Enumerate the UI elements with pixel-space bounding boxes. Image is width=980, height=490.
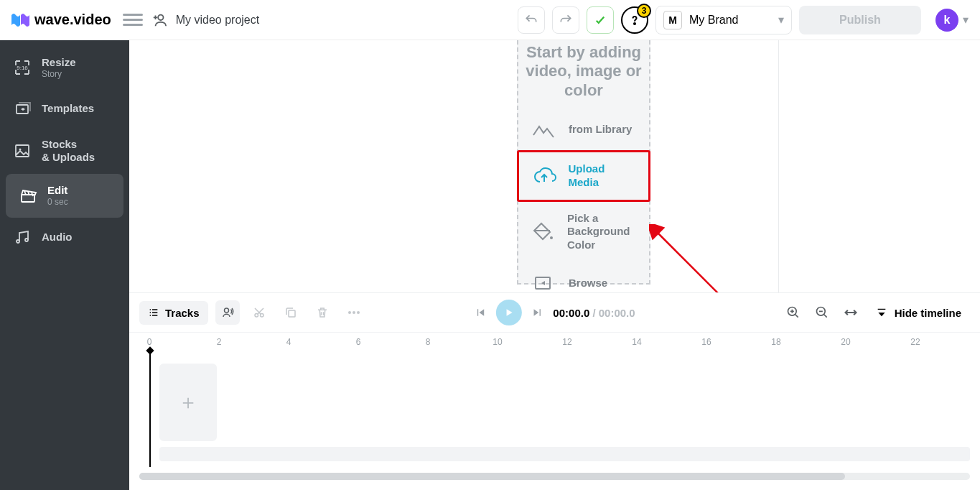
- logo[interactable]: wave.video: [11, 11, 111, 28]
- option-label: Upload Media: [569, 162, 635, 190]
- svg-point-8: [25, 239, 28, 241]
- option-from-library[interactable]: from Library: [518, 108, 649, 150]
- menu-icon[interactable]: [123, 10, 143, 30]
- playhead[interactable]: [149, 352, 151, 467]
- main: Start by adding video, image or color fr…: [129, 40, 980, 490]
- help-button[interactable]: 3: [621, 6, 648, 34]
- sidebar-item-stocks[interactable]: Stocks& Uploads: [0, 128, 129, 174]
- delete-button[interactable]: [310, 300, 335, 325]
- hide-timeline-button[interactable]: Hide timeline: [867, 301, 970, 325]
- scrollbar[interactable]: [139, 473, 970, 480]
- upload-cloud-icon: [532, 165, 557, 187]
- undo-button[interactable]: [518, 6, 545, 34]
- chevron-down-icon: ▾: [778, 13, 784, 27]
- templates-icon: [13, 99, 32, 118]
- sidebar-item-edit[interactable]: Edit0 sec: [6, 174, 123, 217]
- ruler[interactable]: 02468101214161820222426: [129, 332, 980, 352]
- option-upload-media[interactable]: Upload Media: [517, 150, 650, 202]
- copy-button[interactable]: [279, 300, 303, 325]
- fit-button[interactable]: [839, 300, 863, 325]
- sidebar: 9:16 ResizeStory Templates Stocks& Uploa…: [0, 40, 129, 490]
- brand-letter: M: [663, 11, 682, 29]
- ruler-label: 18: [771, 337, 780, 347]
- svg-line-11: [656, 231, 728, 292]
- sidebar-sublabel: 0 sec: [47, 197, 68, 207]
- logo-text: wave.video: [34, 11, 111, 28]
- annotation-arrow: [649, 224, 735, 292]
- image-icon: [13, 142, 32, 160]
- next-button[interactable]: [531, 307, 543, 318]
- brand-dropdown[interactable]: M My Brand ▾: [655, 6, 792, 34]
- ruler-label: 22: [910, 337, 920, 347]
- svg-point-17: [353, 311, 355, 314]
- help-badge: 3: [637, 4, 651, 18]
- timeline: Tracks 00:00.0 / 00:00.0: [129, 292, 980, 490]
- zoom-in-button[interactable]: [781, 300, 806, 325]
- play-controls: 00:00.0 / 00:00.0: [474, 300, 635, 325]
- clapper-icon: [19, 187, 37, 205]
- add-clip-button[interactable]: ＋: [159, 364, 217, 441]
- dropzone-title: Start by adding video, image or color: [518, 43, 649, 100]
- track-lane[interactable]: [159, 447, 970, 461]
- option-label: Browse: [569, 277, 607, 290]
- svg-point-9: [550, 236, 553, 239]
- sidebar-item-audio[interactable]: Audio: [0, 218, 129, 256]
- project-name[interactable]: My video project: [176, 14, 260, 27]
- sidebar-label: Audio: [42, 231, 73, 244]
- option-browse[interactable]: Browse: [518, 262, 649, 292]
- voiceover-button[interactable]: [215, 300, 240, 325]
- svg-point-12: [224, 308, 228, 313]
- ruler-label: 16: [701, 337, 711, 347]
- add-person-icon[interactable]: [150, 11, 169, 29]
- avatar: k: [935, 9, 958, 32]
- paint-bucket-icon: [531, 221, 556, 243]
- svg-point-7: [17, 240, 19, 243]
- sidebar-item-resize[interactable]: 9:16 ResizeStory: [0, 46, 129, 89]
- option-pick-color[interactable]: Pick a Background Color: [518, 202, 649, 262]
- option-label: from Library: [569, 123, 632, 137]
- dropzone: Start by adding video, image or color fr…: [517, 40, 650, 285]
- ruler-label: 12: [562, 337, 571, 347]
- ruler-label: 14: [632, 337, 641, 347]
- play-button[interactable]: [495, 300, 521, 325]
- svg-rect-15: [289, 310, 295, 317]
- ruler-label: 2: [217, 337, 222, 347]
- chevron-down-icon: ▾: [963, 13, 969, 27]
- svg-rect-4: [16, 145, 29, 157]
- header: wave.video My video project 3 M My Brand…: [0, 0, 980, 40]
- sidebar-label: Templates: [42, 102, 94, 115]
- tracks-button[interactable]: Tracks: [139, 301, 208, 325]
- sidebar-label: Stocks: [42, 138, 95, 151]
- brand-label: My Brand: [689, 14, 738, 27]
- sidebar-item-templates[interactable]: Templates: [0, 89, 129, 128]
- sidebar-sublabel: Story: [42, 69, 76, 79]
- ruler-label: 8: [426, 337, 431, 347]
- prev-button[interactable]: [474, 307, 485, 318]
- tracks-area: ＋: [129, 352, 980, 490]
- resize-icon: 9:16: [13, 58, 32, 77]
- svg-point-1: [634, 23, 635, 24]
- ruler-label: 0: [147, 337, 152, 347]
- music-icon: [13, 228, 32, 246]
- svg-text:9:16: 9:16: [17, 65, 28, 71]
- redo-button[interactable]: [552, 6, 579, 34]
- ruler-label: 6: [356, 337, 361, 347]
- sidebar-label: Resize: [42, 56, 76, 69]
- zoom-out-button[interactable]: [810, 300, 834, 325]
- svg-point-18: [357, 311, 360, 314]
- logo-mark-icon: [11, 12, 30, 28]
- more-button[interactable]: [342, 300, 366, 325]
- status-check-icon[interactable]: [587, 6, 614, 34]
- ruler-label: 10: [493, 337, 502, 347]
- cut-button[interactable]: [247, 300, 271, 325]
- ruler-label: 4: [286, 337, 291, 347]
- scrollbar-thumb[interactable]: [139, 473, 845, 480]
- browse-icon: [531, 272, 557, 292]
- tracks-label: Tracks: [165, 307, 200, 319]
- user-menu[interactable]: k ▾: [935, 9, 969, 32]
- library-icon: [531, 119, 557, 140]
- publish-button[interactable]: Publish: [799, 6, 921, 34]
- ruler-label: 20: [841, 337, 850, 347]
- sidebar-sublabel: & Uploads: [42, 151, 95, 164]
- hide-timeline-label: Hide timeline: [895, 307, 961, 319]
